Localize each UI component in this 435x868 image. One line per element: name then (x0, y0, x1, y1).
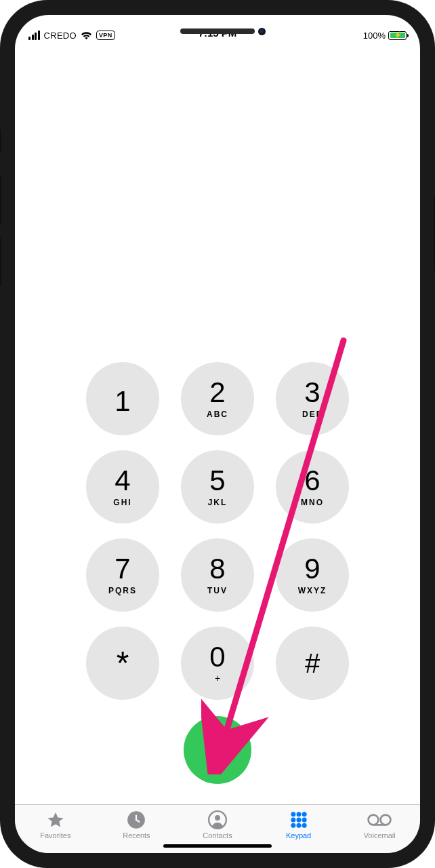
star-icon (45, 810, 66, 829)
carrier-label: CREDO (44, 31, 77, 41)
key-digit: 2 (209, 378, 225, 407)
keypad-grid-icon (289, 810, 308, 829)
key-letters: TUV (207, 586, 228, 595)
phone-icon (203, 734, 232, 766)
keypad-key-7[interactable]: 7 PQRS (86, 538, 159, 612)
tab-label: Voicemail (364, 831, 396, 840)
key-digit: 3 (304, 378, 320, 407)
status-left: CREDO VPN (28, 31, 115, 41)
svg-point-11 (302, 823, 306, 828)
key-letters: DEF (302, 410, 323, 419)
keypad-key-6[interactable]: 6 MNO (276, 450, 349, 524)
tab-keypad[interactable]: Keypad (258, 810, 339, 840)
keypad-key-9[interactable]: 9 WXYZ (276, 538, 349, 612)
clock-icon (127, 810, 146, 829)
vpn-badge: VPN (96, 31, 115, 40)
keypad-key-2[interactable]: 2 ABC (181, 362, 254, 435)
front-camera (258, 28, 266, 35)
phone-app-main: 1 2 ABC 3 DEF 4 GHI 5 JKL (15, 43, 420, 853)
keypad-key-1[interactable]: 1 (86, 362, 159, 435)
person-circle-icon (208, 810, 227, 829)
key-digit: 5 (209, 467, 225, 495)
keypad-key-0[interactable]: 0 + (181, 627, 254, 700)
key-digit: 8 (209, 555, 225, 583)
volume-up-button (0, 176, 1, 225)
key-letters: MNO (301, 498, 324, 507)
key-digit: # (305, 650, 320, 677)
tab-recents[interactable]: Recents (96, 810, 178, 840)
key-letters: GHI (113, 498, 131, 507)
key-digit: 4 (115, 467, 130, 495)
svg-point-5 (302, 812, 306, 816)
key-digit: 0 (209, 643, 225, 671)
tab-favorites[interactable]: Favorites (15, 810, 96, 840)
key-letters: JKL (208, 498, 228, 507)
tab-label: Keypad (286, 831, 311, 840)
key-digit: 6 (304, 467, 320, 495)
keypad-key-pound[interactable]: # (276, 627, 349, 700)
svg-point-8 (302, 818, 306, 823)
svg-point-6 (291, 818, 295, 823)
home-indicator[interactable] (163, 844, 272, 848)
wifi-icon (81, 31, 92, 40)
call-button[interactable] (184, 716, 251, 784)
battery-icon: ⚡ (388, 31, 407, 40)
screen: CREDO VPN 7:15 PM 100% ⚡ 1 (15, 15, 420, 853)
tab-contacts[interactable]: Contacts (177, 810, 258, 840)
svg-point-3 (291, 812, 295, 816)
dialer-keypad: 1 2 ABC 3 DEF 4 GHI 5 JKL (15, 362, 420, 716)
tab-label: Favorites (40, 831, 70, 840)
svg-point-9 (291, 823, 295, 828)
key-digit: 7 (115, 555, 130, 583)
status-right: 100% ⚡ (363, 31, 407, 41)
volume-down-button (0, 237, 1, 286)
key-letters: + (215, 673, 220, 684)
speaker-grille (180, 28, 255, 34)
keypad-key-8[interactable]: 8 TUV (181, 538, 254, 612)
svg-point-4 (296, 812, 301, 816)
silence-switch (0, 129, 1, 153)
key-letters: WXYZ (298, 586, 327, 595)
keypad-key-3[interactable]: 3 DEF (276, 362, 349, 435)
battery-percentage: 100% (363, 31, 386, 41)
key-digit: 1 (115, 387, 130, 416)
tab-label: Recents (123, 831, 150, 840)
tab-label: Contacts (203, 831, 232, 840)
key-digit: * (117, 647, 129, 679)
svg-point-10 (296, 823, 301, 828)
svg-point-2 (215, 815, 220, 821)
svg-point-7 (296, 818, 301, 823)
phone-device-frame: CREDO VPN 7:15 PM 100% ⚡ 1 (0, 0, 435, 868)
key-letters: ABC (207, 410, 228, 419)
cellular-signal-icon (28, 31, 40, 40)
call-button-row (15, 716, 420, 804)
keypad-key-star[interactable]: * (86, 627, 159, 700)
svg-point-13 (381, 815, 391, 825)
tab-voicemail[interactable]: Voicemail (339, 810, 420, 840)
key-letters: PQRS (108, 586, 137, 595)
key-digit: 9 (304, 555, 320, 583)
keypad-key-5[interactable]: 5 JKL (181, 450, 254, 524)
keypad-key-4[interactable]: 4 GHI (86, 450, 159, 524)
svg-point-12 (369, 815, 379, 825)
voicemail-icon (367, 810, 392, 829)
